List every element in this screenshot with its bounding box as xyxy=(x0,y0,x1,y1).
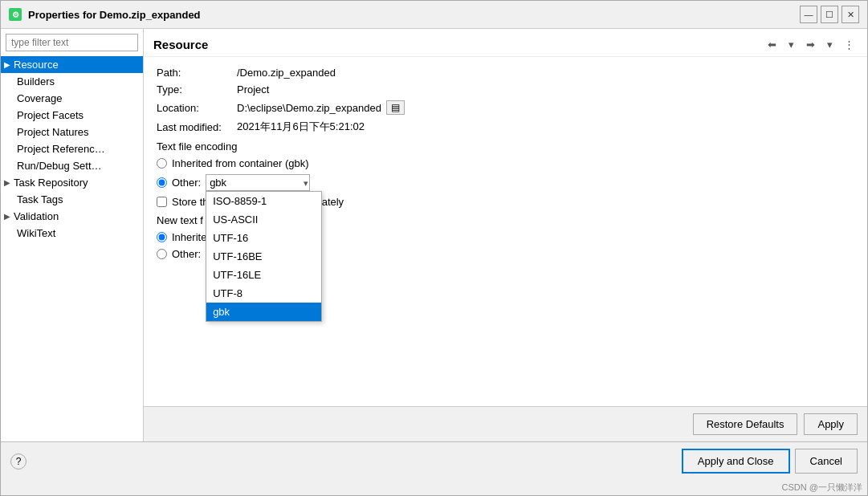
maximize-button[interactable]: ☐ xyxy=(821,6,838,23)
last-modified-value: 2021年11月6日下午5:21:02 xyxy=(237,120,365,134)
sidebar: ▶ Resource Builders Coverage Project Fac… xyxy=(1,29,144,441)
sidebar-item-task-tags[interactable]: Task Tags xyxy=(1,191,143,208)
watermark: CSDN @一只懒洋洋 xyxy=(1,480,867,495)
other-encoding-row: Other: ▾ ISO-8859-1 US-ASCII UTF-16 UTF-… xyxy=(157,174,854,191)
main-content: ▶ Resource Builders Coverage Project Fac… xyxy=(1,29,867,441)
sidebar-item-task-repository[interactable]: ▶ Task Repository xyxy=(1,174,143,191)
path-row: Path: /Demo.zip_expanded xyxy=(157,67,854,79)
filter-input[interactable] xyxy=(6,34,138,51)
encoding-dropdown: ISO-8859-1 US-ASCII UTF-16 UTF-16BE UTF-… xyxy=(206,191,322,322)
close-button[interactable]: ✕ xyxy=(842,6,859,23)
window-icon: ⚙ xyxy=(9,8,22,21)
dropdown-item-utf8[interactable]: UTF-8 xyxy=(206,284,321,303)
encoding-select-wrapper: ▾ ISO-8859-1 US-ASCII UTF-16 UTF-16BE UT… xyxy=(206,174,310,191)
window-title: Properties for Demo.zip_expanded xyxy=(28,9,201,21)
restore-defaults-button[interactable]: Restore Defaults xyxy=(693,413,798,435)
inherited-windows-radio[interactable] xyxy=(157,232,167,242)
apply-close-button[interactable]: Apply and Close xyxy=(682,449,790,474)
title-bar-left: ⚙ Properties for Demo.zip_expanded xyxy=(9,8,201,21)
help-button[interactable]: ? xyxy=(10,453,26,470)
location-value: D:\eclipse\Demo.zip_expanded xyxy=(237,102,381,114)
location-browse-button[interactable]: ▤ xyxy=(386,100,405,115)
sidebar-item-run-debug[interactable]: Run/Debug Sett… xyxy=(1,157,143,174)
content-body: Path: /Demo.zip_expanded Type: Project L… xyxy=(144,57,867,406)
sidebar-item-wikitext[interactable]: WikiText xyxy=(1,225,143,242)
other2-label: Other: xyxy=(172,248,201,260)
type-row: Type: Project xyxy=(157,83,854,96)
inherited-radio-row: Inherited from container (gbk) xyxy=(157,157,854,169)
last-modified-row: Last modified: 2021年11月6日下午5:21:02 xyxy=(157,120,854,134)
arrow-icon-task: ▶ xyxy=(4,178,10,187)
dropdown-item-iso[interactable]: ISO-8859-1 xyxy=(206,192,321,210)
sidebar-item-validation[interactable]: ▶ Validation xyxy=(1,208,143,225)
type-value: Project xyxy=(237,83,269,96)
content-footer: Restore Defaults Apply xyxy=(144,406,867,441)
dialog-footer: ? Apply and Close Cancel xyxy=(1,441,867,480)
content-area: Resource ⬅ ▾ ➡ ▾ ⋮ Path: /Demo.zip_expan… xyxy=(144,29,867,441)
arrow-icon: ▶ xyxy=(4,60,10,69)
location-label: Location: xyxy=(157,102,237,114)
dropdown-item-utf16le[interactable]: UTF-16LE xyxy=(206,266,321,284)
sidebar-item-project-facets[interactable]: Project Facets xyxy=(1,107,143,124)
menu-button[interactable]: ⋮ xyxy=(840,35,858,53)
nav-icons: ⬅ ▾ ➡ ▾ ⋮ xyxy=(763,35,858,53)
other2-radio[interactable] xyxy=(157,249,167,259)
content-title: Resource xyxy=(153,38,208,51)
last-modified-label: Last modified: xyxy=(157,121,237,133)
checkbox-label: Store th xyxy=(172,196,209,208)
dropdown-item-gbk[interactable]: gbk xyxy=(206,303,321,321)
back-dropdown-button[interactable]: ▾ xyxy=(782,35,800,53)
store-checkbox[interactable] xyxy=(157,197,167,207)
arrow-icon-validation: ▶ xyxy=(4,212,10,221)
forward-button[interactable]: ➡ xyxy=(801,35,819,53)
inherited-label: Inherited from container (gbk) xyxy=(172,157,309,169)
path-value: /Demo.zip_expanded xyxy=(237,67,336,79)
title-bar-controls: — ☐ ✕ xyxy=(800,6,859,23)
other-radio[interactable] xyxy=(157,177,167,188)
dropdown-item-ascii[interactable]: US-ASCII xyxy=(206,210,321,229)
sidebar-item-coverage[interactable]: Coverage xyxy=(1,90,143,107)
location-row: Location: D:\eclipse\Demo.zip_expanded ▤ xyxy=(157,100,854,115)
sidebar-item-builders[interactable]: Builders xyxy=(1,73,143,90)
sidebar-item-resource[interactable]: ▶ Resource xyxy=(1,56,143,73)
other-label: Other: xyxy=(172,177,201,189)
encoding-input[interactable] xyxy=(206,174,310,191)
path-label: Path: xyxy=(157,67,237,79)
location-value-container: D:\eclipse\Demo.zip_expanded ▤ xyxy=(237,100,405,115)
minimize-button[interactable]: — xyxy=(800,6,817,23)
dialog-footer-right: Apply and Close Cancel xyxy=(682,449,858,474)
title-bar: ⚙ Properties for Demo.zip_expanded — ☐ ✕ xyxy=(1,1,867,29)
back-button[interactable]: ⬅ xyxy=(763,35,780,53)
properties-window: ⚙ Properties for Demo.zip_expanded — ☐ ✕… xyxy=(0,0,868,496)
apply-button[interactable]: Apply xyxy=(804,413,858,435)
encoding-section-label: Text file encoding xyxy=(157,140,854,152)
cancel-button[interactable]: Cancel xyxy=(795,449,858,474)
dropdown-item-utf16be[interactable]: UTF-16BE xyxy=(206,247,321,266)
content-header: Resource ⬅ ▾ ➡ ▾ ⋮ xyxy=(144,29,867,57)
sidebar-item-project-natures[interactable]: Project Natures xyxy=(1,124,143,140)
type-label: Type: xyxy=(157,83,237,96)
dropdown-item-utf16[interactable]: UTF-16 xyxy=(206,229,321,247)
inherited-windows-label: Inherite xyxy=(172,231,206,243)
sidebar-item-project-references[interactable]: Project Referenc… xyxy=(1,140,143,157)
inherited-radio[interactable] xyxy=(157,158,167,169)
forward-dropdown-button[interactable]: ▾ xyxy=(821,35,838,53)
